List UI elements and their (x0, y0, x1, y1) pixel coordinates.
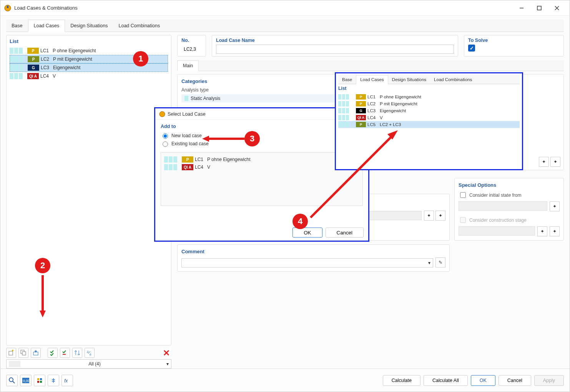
tab-base[interactable]: Base (6, 20, 28, 32)
loadcase-row[interactable]: Ql A LC4 V (10, 72, 168, 80)
svg-marker-26 (40, 311, 46, 317)
overlay-tab-loadcases[interactable]: Load Cases (356, 75, 388, 84)
name-input[interactable] (216, 45, 454, 54)
tab-combos[interactable]: Load Combinations (113, 20, 166, 32)
callout-1: 1 (133, 51, 148, 66)
copy-loadcase-button[interactable] (18, 348, 28, 358)
svg-rect-8 (22, 352, 26, 355)
svg-point-15 (9, 378, 13, 382)
stage-btn1[interactable]: ✦ (537, 226, 547, 236)
loadcase-row[interactable]: P LC2 P mit Eigengewicht (338, 100, 520, 107)
svg-text:6: 6 (90, 353, 91, 356)
svg-rect-22 (40, 381, 42, 383)
sort-button[interactable] (72, 348, 82, 358)
svg-rect-20 (40, 378, 42, 380)
dialog-icon (159, 111, 165, 117)
footer-search-button[interactable] (6, 375, 18, 386)
filter-icon (9, 361, 20, 367)
overlay-tab-design[interactable]: Design Situations (388, 75, 430, 84)
initial-btn[interactable]: ✦ (550, 201, 560, 211)
list-title: List (10, 38, 168, 44)
minimize-button[interactable] (513, 2, 530, 14)
filter-dropdown[interactable]: All (4) ▾ (6, 359, 171, 369)
svg-rect-21 (37, 381, 39, 383)
opt-btn2[interactable]: ✦ (550, 157, 560, 167)
titlebar: Load Cases & Combinations (0, 0, 570, 16)
check-all-button[interactable] (48, 348, 58, 358)
dialog-ok-button[interactable]: OK (292, 228, 322, 238)
footer-units-button[interactable]: 0,00 (20, 375, 32, 386)
solve-label: To Solve (468, 38, 560, 43)
arrow-3 (202, 135, 244, 143)
svg-rect-19 (37, 378, 39, 380)
chk-initial-label: Consider initial state from (469, 193, 521, 198)
svg-marker-28 (202, 136, 209, 142)
tab-design[interactable]: Design Situations (65, 20, 113, 32)
callout-4: 4 (292, 214, 308, 229)
new-loadcase-button[interactable] (6, 348, 16, 358)
critical-btn1[interactable]: ✦ (424, 211, 434, 221)
ok-button[interactable]: OK (471, 375, 495, 386)
stage-input (459, 226, 535, 236)
initial-input (459, 201, 547, 211)
name-field-group: Load Case Name (212, 35, 458, 56)
loadcase-row[interactable]: G LC3 Eigengewicht (338, 107, 520, 114)
name-label: Load Case Name (216, 38, 454, 43)
loadcase-row[interactable]: Ql A LC4 V (338, 114, 520, 121)
tab-main[interactable]: Main (177, 60, 199, 71)
left-panel: List P LC1 P ohne Eigengewicht P LC2 P m… (6, 35, 171, 369)
overlay-tabs: Base Load Cases Design Situations Load C… (338, 75, 520, 84)
chk-stage-label: Consider construction stage (469, 218, 527, 223)
comment-select[interactable]: ▾ (181, 258, 433, 267)
callout-2: 2 (35, 258, 50, 273)
svg-rect-1 (7, 6, 8, 8)
window-title: Load Cases & Combinations (14, 5, 513, 11)
list-panel: List P LC1 P ohne Eigengewicht P LC2 P m… (6, 35, 171, 345)
footer-fx-button[interactable]: fx (61, 375, 73, 386)
footer: 0,00 fx Calculate Calculate All OK Cance… (0, 369, 570, 392)
dialog-cancel-button[interactable]: Cancel (326, 228, 364, 238)
special-options-section: Special Options Consider initial state f… (454, 178, 564, 241)
renumber-button[interactable]: 26 (85, 348, 95, 358)
delete-button[interactable] (161, 348, 171, 358)
chk-initial[interactable] (460, 192, 466, 198)
maximize-button[interactable] (530, 2, 548, 14)
uncheck-all-button[interactable] (60, 348, 70, 358)
svg-line-16 (13, 381, 15, 383)
footer-tree-button[interactable] (48, 375, 59, 386)
tab-loadcases[interactable]: Load Cases (28, 20, 65, 32)
special-title: Special Options (459, 182, 560, 188)
overlay-tab-base[interactable]: Base (338, 75, 356, 84)
chk-stage (460, 217, 466, 223)
calculate-all-button[interactable]: Calculate All (424, 375, 468, 386)
svg-text:0,00: 0,00 (23, 379, 29, 383)
no-input[interactable] (181, 45, 202, 54)
merge-loadcase-button[interactable] (31, 348, 41, 358)
critical-btn2[interactable]: ✦ (435, 211, 445, 221)
overlay-list-title: List (338, 86, 520, 91)
comment-edit-button[interactable]: ✎ (435, 257, 445, 267)
cancel-button[interactable]: Cancel (499, 375, 531, 386)
comment-title: Comment (181, 249, 445, 254)
svg-point-24 (160, 111, 165, 117)
stage-btn2[interactable]: ✦ (550, 226, 560, 236)
no-label: No. (181, 38, 202, 43)
solve-checkbox[interactable]: ✓ (468, 45, 475, 51)
chevron-down-icon: ▾ (428, 260, 430, 266)
calculate-button[interactable]: Calculate (383, 375, 420, 386)
footer-color-button[interactable] (34, 375, 45, 386)
svg-text:fx: fx (64, 378, 68, 383)
solve-field-group: To Solve ✓ (464, 35, 564, 56)
close-button[interactable] (548, 2, 566, 14)
opt-btn1[interactable]: ✦ (539, 157, 549, 167)
svg-rect-3 (537, 6, 541, 10)
svg-line-29 (311, 135, 393, 218)
arrow-4 (309, 127, 401, 219)
loadcase-row[interactable]: P LC1 P ohne Eigengewicht (338, 93, 520, 100)
arrow-2 (39, 275, 47, 317)
callout-3: 3 (244, 131, 260, 146)
list-toolbar: 26 (6, 345, 171, 359)
app-icon (4, 5, 11, 12)
overlay-tab-combos[interactable]: Load Combinations (430, 75, 476, 84)
main-tabs: Base Load Cases Design Situations Load C… (6, 20, 564, 32)
